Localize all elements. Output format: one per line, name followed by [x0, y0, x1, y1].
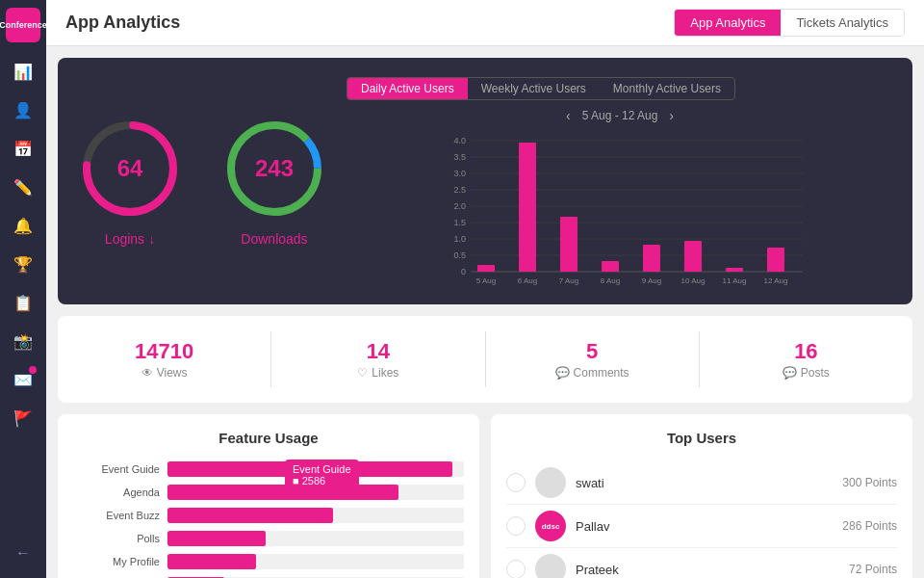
sidebar-item-gallery[interactable]: 📸 [6, 324, 40, 358]
tickets-analytics-button[interactable]: Tickets Analytics [781, 10, 904, 36]
feature-row-event-guide: Event Guide [73, 461, 464, 477]
posts-icon: 💬 [783, 366, 797, 380]
views-label: 👁 Views [58, 366, 270, 380]
likes-value: 14 [271, 339, 484, 364]
chart-tabs: Daily Active Users Weekly Active Users M… [346, 77, 735, 100]
feature-usage-list: Event Guide ■ 2586 Event Guide Agenda [73, 461, 464, 578]
downloads-circle: 243 [221, 116, 327, 222]
feature-usage-panel: Feature Usage Event Guide ■ 2586 Event G… [58, 414, 479, 578]
views-value: 14710 [58, 339, 270, 364]
stat-posts: 16 💬 Posts [700, 331, 912, 387]
svg-rect-22 [477, 265, 495, 272]
main-content: App Analytics App Analytics Tickets Anal… [46, 0, 924, 578]
likes-label: ♡ Likes [271, 366, 484, 380]
sidebar-item-calendar[interactable]: 📅 [6, 131, 40, 166]
svg-text:1.5: 1.5 [453, 218, 466, 227]
comments-label: 💬 Comments [486, 366, 699, 380]
user-row-prateek: Prateek 72 Points [506, 548, 897, 578]
sidebar-item-edit[interactable]: ✏️ [6, 170, 40, 204]
comments-icon: 💬 [555, 366, 570, 380]
svg-rect-34 [726, 268, 743, 272]
downloads-label: Downloads [241, 231, 307, 247]
stats-bar: 14710 👁 Views 14 ♡ Likes 5 💬 Comments [58, 316, 912, 403]
svg-text:12 Aug: 12 Aug [764, 276, 788, 285]
comments-value: 5 [486, 339, 699, 364]
download-icon: ↓ [148, 231, 155, 247]
posts-value: 16 [700, 339, 912, 364]
analytics-panel: 64 Logins ↓ 243 [58, 58, 912, 304]
sidebar-item-notifications[interactable]: 🔔 [6, 208, 40, 243]
svg-rect-28 [602, 261, 619, 272]
rank-circle-swati [506, 473, 526, 492]
svg-text:4.0: 4.0 [453, 136, 466, 145]
user-name-pallav: Pallav [576, 519, 833, 534]
user-name-prateek: Prateek [576, 563, 839, 577]
sidebar-item-back[interactable]: ← [6, 536, 40, 570]
stat-comments: 5 💬 Comments [486, 331, 700, 387]
sidebar-item-trophy[interactable]: 🏆 [6, 247, 40, 281]
svg-rect-26 [560, 217, 578, 272]
feature-label-polls: Polls [73, 533, 160, 544]
sidebar-item-mail[interactable]: ✉️ [6, 362, 40, 397]
user-points-prateek: 72 Points [849, 563, 897, 576]
feature-bar-polls-container [167, 531, 464, 546]
svg-text:0.5: 0.5 [453, 250, 466, 260]
posts-label: 💬 Posts [700, 366, 912, 380]
app-analytics-button[interactable]: App Analytics [675, 10, 781, 36]
svg-text:8 Aug: 8 Aug [601, 276, 620, 285]
svg-text:3.0: 3.0 [453, 169, 466, 178]
feature-row-event-buzz: Event Buzz [73, 508, 464, 523]
feature-bar-agenda [167, 485, 398, 500]
svg-rect-32 [684, 241, 702, 272]
feature-row-myprofile: My Profile [73, 554, 464, 569]
content-area: 64 Logins ↓ 243 [46, 46, 924, 578]
chart-prev-button[interactable]: ‹ [566, 108, 571, 123]
feature-row-polls: Polls [73, 531, 464, 546]
chart-next-button[interactable]: › [669, 108, 674, 123]
feature-label-event-buzz: Event Buzz [73, 510, 160, 521]
stat-views: 14710 👁 Views [58, 331, 271, 387]
chart-date-range: 5 Aug - 12 Aug [582, 109, 658, 122]
chart-section: Daily Active Users Weekly Active Users M… [346, 77, 893, 285]
top-users-list: swati 300 Points ddsc Pallav 286 Points … [506, 461, 897, 578]
feature-label-event-guide: Event Guide [73, 463, 160, 475]
feature-tooltip: Event Guide ■ 2586 [285, 460, 359, 490]
svg-text:6 Aug: 6 Aug [518, 276, 537, 285]
chart-nav: ‹ 5 Aug - 12 Aug › [346, 108, 893, 123]
top-users-title: Top Users [506, 430, 897, 446]
top-users-panel: Top Users swati 300 Points ddsc Pallav 2… [491, 414, 912, 578]
sidebar-item-analytics[interactable]: 📊 [6, 54, 40, 89]
svg-text:3.5: 3.5 [453, 152, 466, 162]
sidebar-item-list[interactable]: 📋 [6, 285, 40, 320]
tab-monthly[interactable]: Monthly Active Users [600, 78, 734, 99]
sidebar-item-flag[interactable]: 🚩 [6, 401, 40, 435]
svg-text:10 Aug: 10 Aug [681, 276, 706, 285]
views-icon: 👁 [141, 366, 153, 380]
rank-circle-prateek [506, 560, 526, 578]
svg-text:1.0: 1.0 [453, 234, 466, 244]
svg-text:9 Aug: 9 Aug [642, 276, 661, 285]
feature-bar-event-buzz-container [167, 508, 464, 523]
bottom-panels: Feature Usage Event Guide ■ 2586 Event G… [58, 414, 912, 578]
svg-rect-36 [767, 248, 784, 272]
app-logo: Conference [6, 8, 40, 42]
downloads-value: 243 [255, 155, 294, 182]
feature-bar-event-buzz [167, 508, 333, 523]
logins-circle-item: 64 Logins ↓ [77, 116, 183, 247]
header: App Analytics App Analytics Tickets Anal… [46, 0, 924, 46]
svg-text:2.0: 2.0 [453, 201, 466, 211]
svg-text:11 Aug: 11 Aug [723, 276, 747, 285]
feature-bar-myprofile-container [167, 554, 464, 569]
circles-section: 64 Logins ↓ 243 [77, 77, 327, 285]
tab-daily[interactable]: Daily Active Users [347, 78, 468, 99]
sidebar-item-users[interactable]: 👤 [6, 92, 40, 127]
downloads-circle-item: 243 Downloads [221, 116, 327, 247]
stat-likes: 14 ♡ Likes [271, 331, 485, 387]
likes-icon: ♡ [357, 366, 368, 380]
avatar-pallav: ddsc [535, 511, 566, 541]
header-buttons: App Analytics Tickets Analytics [674, 9, 905, 37]
tab-weekly[interactable]: Weekly Active Users [468, 78, 600, 99]
page-title: App Analytics [65, 13, 180, 33]
logins-label: Logins ↓ [105, 231, 155, 247]
user-row-swati: swati 300 Points [506, 461, 897, 505]
